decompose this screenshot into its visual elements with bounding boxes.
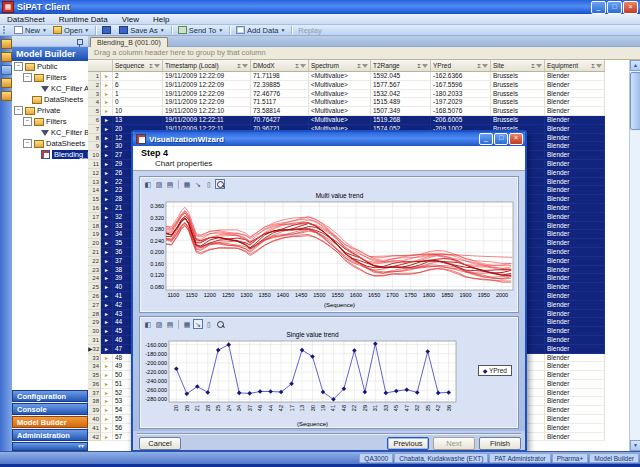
star-icon[interactable] [1,78,12,88]
tree-item-filters[interactable]: −Filters [12,72,88,83]
grid-icon[interactable]: ▦ [182,179,192,189]
tree-expander[interactable]: − [23,117,32,126]
open-button[interactable]: Open▼ [50,25,92,35]
filter-funnel-icon[interactable] [154,64,160,68]
scroll-up-button[interactable]: ▲ [630,60,640,71]
folder-icon[interactable] [1,39,12,49]
tree-item-kc-filter-a[interactable]: KC_Filter A [12,83,88,94]
sum-icon[interactable]: Σ [477,63,481,69]
sum-icon[interactable]: Σ [591,63,595,69]
tree-item-kc-filter-b[interactable]: KC_Filter B [12,127,88,138]
sum-icon[interactable]: Σ [237,63,241,69]
tree-item-datasheets[interactable]: DataSheets [12,94,88,105]
dropdown-arrow-icon[interactable]: ▼ [84,27,89,33]
list-icon[interactable] [1,65,12,75]
save-as-button[interactable]: Save As▼ [116,25,167,35]
column-header-spectrum[interactable]: SpectrumΣ [309,60,371,72]
print-icon[interactable]: ▤ [165,319,175,329]
column-header-t2range[interactable]: T2RangeΣ [371,60,431,72]
table-row[interactable]: 5▸1019/11/2009 12:22:1073.58814<Multival… [88,107,629,116]
replay-button[interactable]: Replay [295,25,324,35]
filter-funnel-icon[interactable] [242,64,248,68]
menu-item-view[interactable]: View [115,15,146,24]
scroll-down-button[interactable]: ▼ [630,440,640,451]
nav-configuration-button[interactable]: Configuration [12,390,88,402]
table-row[interactable]: 3▸119/11/2009 12:22:0972.46776<Multivalu… [88,90,629,99]
dropdown-arrow-icon[interactable]: ▼ [218,27,223,33]
column-header-site[interactable]: SiteΣ [491,60,545,72]
print-icon[interactable]: ▤ [165,179,175,189]
new-button[interactable]: New▼ [11,25,50,35]
close-button[interactable]: × [623,1,638,14]
finish-button[interactable]: Finish [479,437,521,450]
tree-expander[interactable]: − [14,62,23,71]
table-row[interactable]: 1▸219/11/2009 12:22:0971.71198<Multivalu… [88,72,629,81]
export-icon[interactable]: ↘ [193,319,203,329]
tree-expander[interactable]: − [23,139,32,148]
tree-item-blending-b[interactable]: Blending_B [12,149,88,160]
dialog-close-button[interactable]: × [509,133,523,145]
nav-console-button[interactable]: Console [12,403,88,415]
gallery-icon[interactable]: ◧ [143,179,153,189]
minimize-button[interactable]: _ [591,1,606,14]
filter-funnel-icon[interactable] [482,64,488,68]
tree-item-filters[interactable]: −Filters [12,116,88,127]
tree-item-private[interactable]: −Private [12,105,88,116]
column-header-ypred[interactable]: YPredΣ [431,60,491,72]
filter-funnel-icon[interactable] [596,64,602,68]
previous-button[interactable]: Previous [387,437,429,450]
export-icon[interactable]: ↘ [193,179,203,189]
filter-funnel-icon[interactable] [536,64,542,68]
gallery-icon[interactable]: ◧ [143,319,153,329]
dialog-minimize-button[interactable]: _ [479,133,493,145]
grid-icon[interactable]: ▦ [182,319,192,329]
save-button[interactable] [99,25,116,35]
tree-expander[interactable]: − [14,106,23,115]
magnifier-icon[interactable] [215,319,225,329]
dropdown-arrow-icon[interactable]: ▼ [280,27,285,33]
tree-item-datasheets[interactable]: −DataSheets [12,138,88,149]
menu-item-datasheet[interactable]: DataSheet [0,15,52,24]
sum-icon[interactable]: Σ [149,63,153,69]
table-row[interactable]: 6▸1319/11/2009 12:22:1170.76427<Multival… [88,116,629,125]
folder-icon[interactable] [1,52,12,62]
scrollbar-thumb[interactable] [630,72,640,130]
tree-item-public[interactable]: −Public [12,61,88,72]
sum-icon[interactable]: Σ [357,63,361,69]
next-button[interactable]: Next [433,437,475,450]
sum-icon[interactable]: Σ [295,63,299,69]
cancel-button[interactable]: Cancel [139,437,181,450]
column-header-timestamp-local-[interactable]: Timestamp (Local)Σ [163,60,251,72]
nav-overflow-bar[interactable]: ▾▾ [12,442,88,451]
add-data-button[interactable]: Add Data▼ [233,25,288,35]
properties-icon[interactable]: ▯ [204,179,214,189]
column-header-dmodx[interactable]: DModXΣ [251,60,309,72]
hatch-icon[interactable]: ▨ [154,319,164,329]
pin-icon[interactable] [77,39,83,45]
tree-expander[interactable]: − [23,73,32,82]
properties-icon[interactable]: ▯ [204,319,214,329]
column-header-sequence[interactable]: SequenceΣ [113,60,163,72]
dialog-maximize-button[interactable]: □ [494,133,508,145]
nav-administration-button[interactable]: Administration [12,429,88,441]
dropdown-arrow-icon[interactable]: ▼ [42,27,47,33]
menu-item-help[interactable]: Help [146,15,176,24]
filter-funnel-icon[interactable] [362,64,368,68]
table-row[interactable]: 4▸019/11/2009 12:22:0971.5117<Multivalue… [88,98,629,107]
hatch-icon[interactable]: ▨ [154,179,164,189]
filter-funnel-icon[interactable] [300,64,306,68]
maximize-button[interactable]: □ [607,1,622,14]
table-row[interactable]: 2▸619/11/2009 12:22:0972.39885<Multivalu… [88,81,629,90]
grid-icon[interactable] [1,91,12,101]
sum-icon[interactable]: Σ [417,63,421,69]
vertical-scrollbar[interactable]: ▲ ▼ [629,60,640,451]
send-to-button[interactable]: Send To▼ [175,25,226,35]
svg-text:2000: 2000 [496,292,508,298]
menu-item-runtime-data[interactable]: Runtime Data [52,15,115,24]
sum-icon[interactable]: Σ [531,63,535,69]
nav-model builder-button[interactable]: Model Builder [12,416,88,428]
filter-funnel-icon[interactable] [422,64,428,68]
column-header-equipment[interactable]: EquipmentΣ [545,60,605,72]
magnifier-icon[interactable] [215,179,225,189]
dropdown-arrow-icon[interactable]: ▼ [160,27,165,33]
